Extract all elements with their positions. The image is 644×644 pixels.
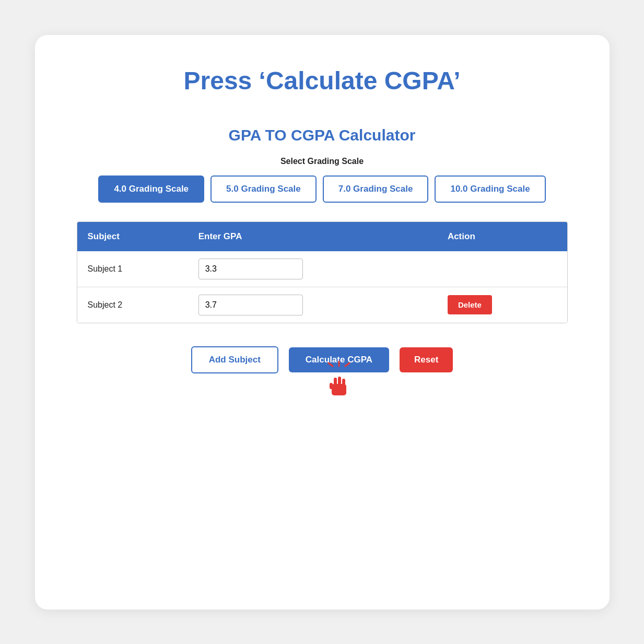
table-header-row: Subject Enter GPA Action [77, 222, 567, 251]
subject-2-label: Subject 2 [77, 287, 188, 323]
table-body: Subject 1 Subject 2 Delete [77, 251, 567, 323]
svg-line-1 [329, 363, 333, 366]
cursor-indicator [323, 361, 355, 400]
delete-subject-2-button[interactable]: Delete [448, 295, 492, 314]
table-row: Subject 1 [77, 251, 567, 287]
scale-btn-5[interactable]: 5.0 Grading Scale [210, 175, 317, 203]
scale-btn-7[interactable]: 7.0 Grading Scale [323, 175, 429, 203]
subject-1-label: Subject 1 [77, 251, 188, 287]
calculate-btn-wrapper: Calculate CGPA [289, 347, 389, 372]
scale-btn-10[interactable]: 10.0 Grading Scale [435, 175, 545, 203]
subjects-table-wrapper: Subject Enter GPA Action Subject 1 Subje… [77, 221, 568, 323]
subject-1-gpa-input[interactable] [198, 259, 303, 279]
subject-1-gpa-cell [188, 251, 437, 287]
col-action: Action [437, 222, 567, 251]
reset-button[interactable]: Reset [400, 347, 453, 372]
main-title: Press ‘Calculate CGPA’ [183, 66, 460, 95]
subject-2-gpa-input[interactable] [198, 295, 303, 315]
svg-rect-6 [342, 379, 345, 386]
action-buttons-row: Add Subject Calculate CGPA [191, 346, 453, 373]
grading-scale-label: Select Grading Scale [280, 157, 364, 166]
svg-line-2 [345, 363, 349, 366]
calculator-card: Press ‘Calculate CGPA’ GPA TO CGPA Calcu… [35, 35, 610, 610]
col-gpa: Enter GPA [188, 222, 437, 251]
calculator-title: GPA TO CGPA Calculator [229, 126, 416, 144]
table-row: Subject 2 Delete [77, 287, 567, 323]
scale-btn-4[interactable]: 4.0 Grading Scale [98, 175, 204, 203]
col-subject: Subject [77, 222, 188, 251]
subject-2-action-cell: Delete [437, 287, 567, 323]
hand-cursor-icon [327, 374, 350, 400]
svg-rect-4 [334, 378, 337, 386]
svg-rect-5 [338, 377, 341, 385]
add-subject-button[interactable]: Add Subject [191, 346, 278, 373]
svg-rect-7 [330, 383, 333, 389]
sparkle-icon [323, 361, 355, 373]
subject-1-action-cell [437, 251, 567, 287]
subjects-table: Subject Enter GPA Action Subject 1 Subje… [77, 222, 567, 323]
grading-scale-selector: 4.0 Grading Scale 5.0 Grading Scale 7.0 … [98, 175, 545, 203]
subject-2-gpa-cell [188, 287, 437, 323]
